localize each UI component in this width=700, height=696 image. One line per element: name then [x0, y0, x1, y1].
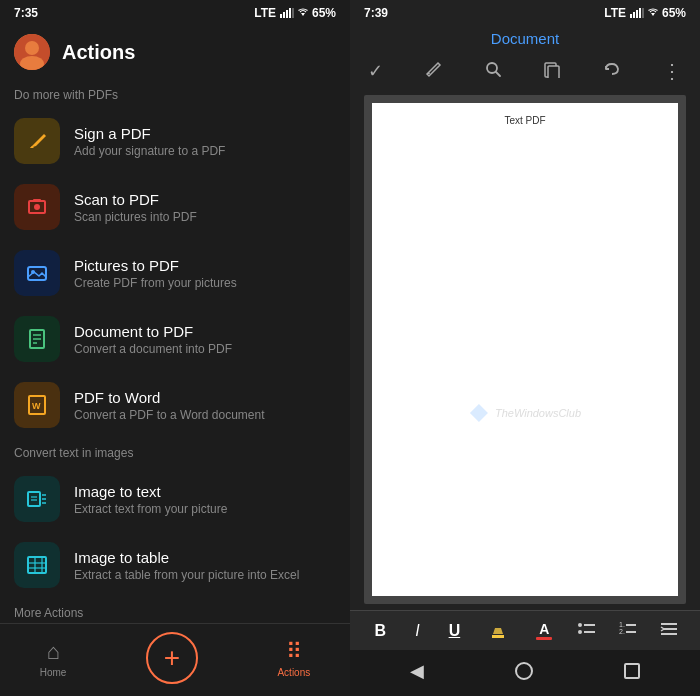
left-battery: 65%	[312, 6, 336, 20]
document-to-pdf-item[interactable]: Document to PDF Convert a document into …	[0, 306, 350, 372]
right-time: 7:39	[364, 6, 388, 20]
watermark-text: TheWindowsClub	[495, 407, 581, 419]
svg-rect-33	[633, 12, 635, 18]
pdf-word-title: PDF to Word	[74, 389, 265, 406]
left-panel: 7:35 LTE 65%	[0, 0, 350, 696]
bold-button[interactable]: B	[371, 620, 391, 642]
right-signal-icon	[630, 8, 644, 18]
avatar[interactable]	[14, 34, 50, 70]
left-signal: LTE	[254, 6, 276, 20]
scan-pdf-title: Scan to PDF	[74, 191, 197, 208]
pictures-pdf-title: Pictures to PDF	[74, 257, 237, 274]
doc-pdf-text: Document to PDF Convert a document into …	[74, 323, 232, 356]
fab-button[interactable]: +	[146, 632, 198, 684]
pictures-to-pdf-item[interactable]: Pictures to PDF Create PDF from your pic…	[0, 240, 350, 306]
pdf-page: Text PDF TheWindowsClub	[372, 103, 678, 596]
svg-point-10	[34, 204, 40, 210]
left-status-right: LTE 65%	[254, 6, 336, 20]
right-wifi-icon	[648, 8, 658, 18]
signal-icon	[280, 8, 294, 18]
right-panel: 7:39 LTE 65% Document ✓	[350, 0, 700, 696]
img-text-text: Image to text Extract text from your pic…	[74, 483, 227, 516]
sign-pdf-icon	[14, 118, 60, 164]
svg-rect-4	[292, 8, 294, 18]
pdf-word-subtitle: Convert a PDF to a Word document	[74, 408, 265, 422]
right-signal: LTE	[604, 6, 626, 20]
svg-rect-1	[283, 12, 285, 18]
doc-pdf-subtitle: Convert a document into PDF	[74, 342, 232, 356]
svg-point-44	[578, 623, 582, 627]
action-list: Sign a PDF Add your signature to a PDF S…	[0, 108, 350, 623]
svg-text:2.: 2.	[619, 628, 625, 635]
img-table-text: Image to table Extract a table from your…	[74, 549, 299, 582]
recents-button[interactable]	[624, 663, 640, 679]
numbered-list-button[interactable]: 1. 2.	[618, 619, 638, 642]
pdf-word-text: PDF to Word Convert a PDF to a Word docu…	[74, 389, 265, 422]
image-to-text-item[interactable]: Image to text Extract text from your pic…	[0, 466, 350, 532]
section2-label: Convert text in images	[0, 438, 350, 466]
svg-point-46	[578, 630, 582, 634]
sign-pdf-subtitle: Add your signature to a PDF	[74, 144, 225, 158]
sign-pdf-item[interactable]: Sign a PDF Add your signature to a PDF	[0, 108, 350, 174]
svg-rect-34	[636, 10, 638, 18]
svg-rect-27	[28, 557, 46, 573]
svg-line-39	[496, 72, 500, 76]
doc-pdf-title: Document to PDF	[74, 323, 232, 340]
img-table-subtitle: Extract a table from your picture into E…	[74, 568, 299, 582]
left-time: 7:35	[14, 6, 38, 20]
header-title: Actions	[62, 41, 135, 64]
nav-actions[interactable]: ⠿ Actions	[277, 639, 310, 678]
scan-pdf-text: Scan to PDF Scan pictures into PDF	[74, 191, 197, 224]
header: Actions	[0, 26, 350, 80]
search-icon[interactable]	[480, 58, 506, 85]
underline-button[interactable]: U	[445, 620, 465, 642]
right-status-bar: 7:39 LTE 65%	[350, 0, 700, 26]
doc-header: Document	[350, 26, 700, 53]
svg-rect-32	[630, 14, 632, 18]
nav-home[interactable]: ⌂ Home	[40, 639, 67, 678]
font-color-button[interactable]: A	[532, 619, 556, 642]
svg-rect-0	[280, 14, 282, 18]
check-icon[interactable]: ✓	[364, 58, 387, 84]
pdf-to-word-item[interactable]: W PDF to Word Convert a PDF to a Word do…	[0, 372, 350, 438]
svg-text:1.: 1.	[619, 621, 625, 628]
highlight-button[interactable]	[485, 620, 511, 642]
svg-rect-11	[33, 199, 41, 201]
image-text-icon	[14, 476, 60, 522]
pictures-to-pdf-icon	[14, 250, 60, 296]
left-status-bar: 7:35 LTE 65%	[0, 0, 350, 26]
bullet-list-button[interactable]	[577, 619, 597, 642]
pen-icon[interactable]	[420, 58, 446, 85]
pages-icon[interactable]	[539, 58, 565, 85]
pdf-text: Text PDF	[504, 115, 545, 126]
bottom-nav: ⌂ Home + ⠿ Actions	[0, 623, 350, 696]
svg-marker-37	[651, 13, 655, 16]
svg-point-7	[25, 41, 39, 55]
section3-label: More Actions	[0, 598, 350, 623]
image-to-table-item[interactable]: Image to table Extract a table from your…	[0, 532, 350, 598]
pdf-word-icon: W	[14, 382, 60, 428]
pdf-canvas: Text PDF TheWindowsClub	[364, 95, 686, 604]
svg-rect-21	[28, 492, 40, 506]
pictures-pdf-subtitle: Create PDF from your pictures	[74, 276, 237, 290]
undo-icon[interactable]	[599, 58, 625, 85]
svg-text:W: W	[32, 401, 41, 411]
italic-button[interactable]: I	[411, 620, 423, 642]
svg-rect-3	[289, 8, 291, 18]
wifi-icon	[298, 8, 308, 18]
actions-icon: ⠿	[286, 639, 302, 665]
watermark-logo-icon	[469, 403, 489, 423]
nav-actions-label: Actions	[277, 667, 310, 678]
image-table-icon	[14, 542, 60, 588]
indent-button[interactable]	[659, 619, 679, 642]
svg-rect-43	[492, 635, 504, 638]
svg-rect-35	[639, 8, 641, 18]
scan-to-pdf-item[interactable]: Scan to PDF Scan pictures into PDF	[0, 174, 350, 240]
more-icon[interactable]: ⋮	[658, 57, 686, 85]
section1-label: Do more with PDFs	[0, 80, 350, 108]
highlight-icon	[489, 622, 507, 640]
back-button[interactable]: ◀	[410, 660, 424, 682]
home-button[interactable]	[515, 662, 533, 680]
sign-pdf-title: Sign a PDF	[74, 125, 225, 142]
svg-marker-5	[301, 13, 305, 16]
